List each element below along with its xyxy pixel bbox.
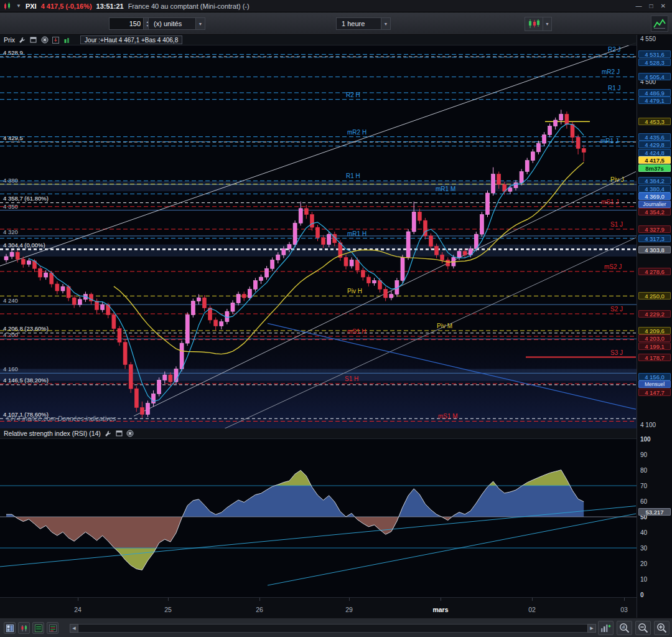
rsi-axis-tick: 80	[640, 467, 647, 474]
price-axis-tag-res: 4 317,3	[638, 235, 671, 242]
workspace-layout-icon[interactable]	[4, 622, 16, 634]
candle	[497, 174, 501, 185]
price-panel-title: Prix	[4, 36, 15, 44]
watchlist-table-icon[interactable]	[47, 622, 58, 634]
candle	[525, 161, 529, 172]
mini-chart-icon[interactable]	[63, 36, 71, 44]
close-icon[interactable]	[40, 36, 49, 44]
units-select[interactable]: (x) unités ▼	[148, 17, 205, 30]
window-icon[interactable]	[115, 430, 123, 438]
svg-text:S1 J: S1 J	[610, 221, 623, 228]
window-icon[interactable]	[29, 36, 37, 44]
time-axis[interactable]: 24252629mars0203	[0, 597, 637, 618]
price-axis-tag-gray: 4 303,8	[638, 246, 671, 253]
bottom-toolbar: ◀ ▶	[0, 618, 672, 637]
candle	[16, 252, 19, 259]
bottom-right-icons	[598, 621, 670, 635]
price-axis-tag-res: 4 384,2	[638, 177, 671, 184]
price-axis-tag-res: 4 380,4	[638, 185, 671, 192]
trading-platform-window: ▼ PXI 4 417,5 (-0,16%) 13:51:21 France 4…	[0, 0, 672, 637]
svg-text:4 429,5: 4 429,5	[3, 134, 23, 141]
candle	[582, 148, 586, 152]
arrow-down-icon[interactable]	[52, 36, 60, 44]
candle	[480, 214, 483, 234]
svg-text:4 304,4 (0,00%): 4 304,4 (0,00%)	[3, 242, 45, 248]
chart-type-button[interactable]: ▼	[525, 17, 552, 31]
candle	[191, 301, 195, 315]
time-tick	[168, 598, 169, 601]
close-icon[interactable]	[126, 430, 134, 438]
candle	[163, 375, 167, 380]
day-range-badge: Jour :+Haut 4 467,1 +Bas 4 406,8	[80, 35, 182, 44]
price-axis-tag-sup: 4 199,1	[638, 342, 671, 350]
svg-text:4 358,7 (61.80%): 4 358,7 (61.80%)	[3, 195, 49, 202]
price-axis-tag-sup: 4 354,2	[638, 208, 671, 215]
candle	[576, 137, 580, 148]
add-chart-icon[interactable]	[598, 621, 614, 635]
candle	[248, 289, 251, 298]
price-axis-tag-sup: 4 229,2	[638, 310, 671, 318]
bottom-left-icons	[4, 622, 58, 634]
scroll-right-button[interactable]: ▶	[587, 624, 596, 633]
candle	[446, 260, 450, 266]
svg-text:mR1 H: mR1 H	[347, 230, 366, 237]
candle	[21, 259, 25, 264]
minimize-button[interactable]: —	[636, 2, 642, 9]
price-zone	[0, 369, 637, 380]
rsi-axis-tick: 100	[640, 436, 651, 443]
candle	[350, 260, 353, 266]
candlestick-list-icon[interactable]	[18, 622, 30, 634]
rsi-axis-tick: 30	[640, 545, 647, 552]
candle	[429, 236, 433, 247]
timeframe-select[interactable]: 1 heure ▼	[336, 17, 391, 30]
time-tick	[532, 598, 533, 601]
scroll-left-button[interactable]: ◀	[70, 624, 78, 633]
chevron-down-icon[interactable]: ▼	[16, 3, 21, 9]
zoom-out-icon[interactable]	[635, 621, 651, 635]
candle	[548, 126, 552, 135]
maximize-button[interactable]: □	[650, 2, 653, 9]
rsi-axis-tick: 40	[640, 529, 647, 536]
candle	[231, 303, 235, 311]
candle	[197, 298, 200, 301]
chevron-down-icon: ▼	[543, 17, 551, 31]
candle	[463, 252, 467, 255]
zoom-in-icon[interactable]	[654, 621, 670, 635]
rsi-trend-line	[268, 514, 636, 585]
svg-text:4 380: 4 380	[3, 177, 18, 184]
candle	[10, 252, 14, 257]
settings-wrench-icon[interactable]	[104, 430, 112, 438]
candle	[118, 329, 121, 342]
horizontal-scrollbar[interactable]: ◀ ▶	[70, 624, 596, 633]
time-tick	[78, 598, 78, 601]
price-axis-tag-res: 4 531,6	[638, 50, 671, 58]
price-axis-tag-piv: 4 250,0	[638, 292, 671, 300]
quote-change: 4 417,5 (-0,16%)	[41, 2, 92, 10]
price-axis-tag-time: 8m37s	[638, 164, 671, 172]
price-chart-canvas[interactable]: 4 3804 3504 3204 2404 2004 1604 528,94 4…	[0, 35, 637, 428]
zoom-selection-icon[interactable]	[617, 621, 632, 635]
svg-text:4 320: 4 320	[3, 229, 18, 235]
quotes-table-icon[interactable]	[32, 622, 44, 634]
price-axis-tag-res: 4 435,6	[638, 133, 671, 141]
rsi-canvas[interactable]	[0, 439, 637, 597]
quantity-input[interactable]	[109, 17, 144, 30]
candle	[378, 281, 382, 290]
time-tick	[349, 598, 350, 601]
rsi-axis-tick: 0	[640, 592, 644, 598]
scrollbar-track[interactable]	[78, 624, 587, 633]
candle	[418, 212, 421, 220]
candle	[146, 403, 150, 415]
price-axis-tag-sup: 4 147,7	[638, 389, 671, 396]
candle	[129, 365, 133, 389]
symbol-label[interactable]: PXI	[26, 2, 37, 10]
instrument-name: France 40 au comptant (Mini-contrat) (-)	[128, 2, 250, 10]
close-window-button[interactable]: ✕	[661, 2, 666, 9]
window-controls: — □ ✕	[636, 2, 668, 9]
settings-wrench-icon[interactable]	[18, 36, 26, 44]
candle	[180, 343, 184, 369]
price-axis[interactable]: 4 5504 5004 4004 1004 531,64 528,34 505,…	[637, 35, 672, 618]
price-axis-tag-res: 4 156,0	[638, 373, 671, 380]
positions-chart-icon[interactable]	[651, 16, 668, 32]
candle	[492, 174, 495, 193]
